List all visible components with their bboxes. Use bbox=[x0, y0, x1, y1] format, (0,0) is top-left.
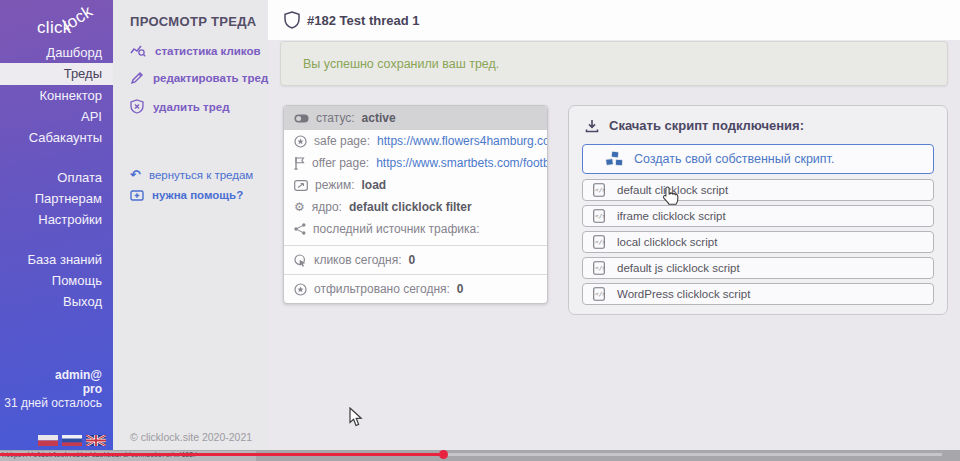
app-window: clicklock Дашборд Треды Коннектор API Са… bbox=[0, 0, 960, 461]
language-switcher bbox=[38, 435, 106, 446]
svg-text:</>: </> bbox=[595, 290, 605, 297]
sidebar-item-dashboard[interactable]: Дашборд bbox=[0, 42, 113, 63]
pencil-icon bbox=[130, 71, 144, 85]
clicklock-logo[interactable]: clicklock bbox=[37, 18, 103, 38]
offer-page-label: offer page: bbox=[312, 156, 369, 170]
download-scripts-card: Скачать скрипт подключения: Создать свой… bbox=[568, 105, 948, 315]
share-icon bbox=[294, 223, 306, 235]
thread-actions-panel: ПРОСМОТР ТРЕДА статистика кликов редакти… bbox=[113, 0, 268, 450]
mode-row: режим: load bbox=[284, 174, 547, 196]
account-plan: pro bbox=[4, 382, 102, 396]
stats-search-icon bbox=[130, 44, 146, 57]
offer-page-link[interactable]: https://www.smartbets.com/football/tea… bbox=[376, 156, 548, 170]
cubes-icon bbox=[605, 151, 625, 168]
traffic-source-label: последний источник трафика: bbox=[313, 222, 480, 236]
mode-box-icon bbox=[294, 180, 308, 191]
main-content: #182 Test thread 1 Вы успешно сохранили … bbox=[268, 0, 960, 450]
sidebar-menu: Дашборд Треды Коннектор API Сабакаунты О… bbox=[0, 42, 113, 312]
back-to-threads-label: вернуться к тредам bbox=[149, 169, 253, 181]
mode-value: load bbox=[362, 178, 387, 192]
sidebar-item-partners[interactable]: Партнерам bbox=[0, 188, 113, 209]
core-row: ⚙ ядро: default clicklock filter bbox=[284, 196, 547, 218]
clicks-today-row: кликов сегодня: 0 bbox=[284, 246, 547, 274]
filtered-today-row: отфильтровано сегодня: 0 bbox=[284, 275, 547, 303]
flag-uk-icon[interactable] bbox=[86, 435, 106, 446]
click-stats-label: статистика кликов bbox=[155, 45, 261, 57]
shield-x-icon bbox=[130, 99, 144, 114]
account-info: admin@ pro 31 дней осталось bbox=[4, 368, 102, 410]
delete-thread-link[interactable]: удалить тред bbox=[130, 99, 229, 114]
sidebar-item-help[interactable]: Помощь bbox=[0, 270, 113, 291]
status-label: статус: bbox=[316, 111, 355, 125]
file-code-icon: </> bbox=[593, 287, 605, 301]
svg-text:</>: </> bbox=[595, 264, 605, 271]
file-code-icon: </> bbox=[593, 261, 605, 275]
mode-label: режим: bbox=[315, 178, 355, 192]
sidebar-item-connector[interactable]: Коннектор bbox=[0, 85, 113, 106]
gear-icon: ⚙ bbox=[294, 201, 305, 213]
sidebar-item-settings[interactable]: Настройки bbox=[0, 209, 113, 230]
success-alert: Вы успешно сохранили ваш тред. bbox=[280, 41, 948, 86]
sidebar-item-api[interactable]: API bbox=[0, 106, 113, 127]
filtered-today-value: 0 bbox=[457, 282, 464, 296]
wordpress-script-button[interactable]: </> WordPress clicklock script bbox=[582, 283, 934, 305]
flag-poland-icon[interactable] bbox=[38, 435, 58, 446]
safe-page-row: safe page: https://www.flowers4hamburg.c… bbox=[284, 130, 547, 152]
default-js-script-button[interactable]: </> default js clicklock script bbox=[582, 257, 934, 279]
clicks-today-label: кликов сегодня: bbox=[314, 253, 402, 267]
thread-title: #182 Test thread 1 bbox=[307, 13, 419, 28]
status-row: статус: active bbox=[284, 106, 547, 130]
undo-arrow-icon: ↶ bbox=[130, 167, 141, 182]
create-custom-script-label: Создать свой собственный скрипт. bbox=[634, 152, 834, 166]
local-script-label: local clicklock script bbox=[617, 236, 717, 248]
file-code-icon: </> bbox=[593, 209, 605, 223]
success-alert-text: Вы успешно сохранили ваш тред. bbox=[303, 57, 499, 71]
back-to-threads-link[interactable]: ↶ вернуться к тредам bbox=[130, 167, 253, 182]
need-help-link[interactable]: нужна помощь? bbox=[130, 189, 243, 201]
flag-pole-icon bbox=[294, 156, 305, 170]
video-progress-track[interactable] bbox=[0, 453, 942, 456]
toggle-icon bbox=[294, 114, 309, 123]
panel-title: ПРОСМОТР ТРЕДА bbox=[130, 14, 256, 29]
thread-details-card: статус: active safe page: https://www.fl… bbox=[283, 105, 548, 304]
edit-thread-label: редактировать тред bbox=[153, 72, 268, 84]
help-box-icon bbox=[130, 190, 144, 201]
sidebar-item-logout[interactable]: Выход bbox=[0, 291, 113, 312]
account-email: admin@ bbox=[4, 368, 102, 382]
file-code-icon: </> bbox=[593, 235, 605, 249]
local-script-button[interactable]: </> local clicklock script bbox=[582, 231, 934, 253]
edit-thread-link[interactable]: редактировать тред bbox=[130, 71, 268, 85]
download-icon bbox=[585, 119, 599, 133]
award-icon bbox=[294, 135, 307, 148]
scripts-card-header: Скачать скрипт подключения: bbox=[585, 118, 947, 133]
status-value: active bbox=[362, 111, 396, 125]
click-stats-link[interactable]: статистика кликов bbox=[130, 44, 261, 57]
iframe-script-label: iframe clicklock script bbox=[617, 210, 726, 222]
core-label: ядро: bbox=[312, 200, 342, 214]
safe-page-label: safe page: bbox=[314, 134, 370, 148]
thread-header: #182 Test thread 1 bbox=[268, 0, 960, 40]
sidebar-item-threads[interactable]: Треды bbox=[0, 63, 113, 85]
click-cursor-icon bbox=[294, 254, 307, 267]
default-js-script-label: default js clicklock script bbox=[617, 262, 740, 274]
file-code-icon: </> bbox=[593, 183, 605, 197]
sidebar: clicklock Дашборд Треды Коннектор API Са… bbox=[0, 0, 113, 450]
offer-page-row: offer page: https://www.smartbets.com/fo… bbox=[284, 152, 547, 174]
sidebar-item-payment[interactable]: Оплата bbox=[0, 167, 113, 188]
delete-thread-label: удалить тред bbox=[153, 101, 229, 113]
video-progress-handle[interactable] bbox=[439, 450, 448, 459]
sidebar-item-subaccounts[interactable]: Сабакаунты bbox=[0, 127, 113, 148]
svg-text:</>: </> bbox=[595, 238, 605, 245]
video-status-bar: https://clicklock.site/dashboard/connect… bbox=[0, 450, 960, 461]
flag-russia-icon[interactable] bbox=[62, 435, 82, 446]
default-script-button[interactable]: </> default clicklock script bbox=[582, 179, 934, 201]
sidebar-item-knowledge-base[interactable]: База знаний bbox=[0, 249, 113, 270]
create-custom-script-button[interactable]: Создать свой собственный скрипт. bbox=[582, 144, 934, 174]
need-help-label: нужна помощь? bbox=[152, 189, 243, 201]
safe-page-link[interactable]: https://www.flowers4hamburg.com/ bbox=[377, 134, 548, 148]
svg-text:</>: </> bbox=[595, 186, 605, 193]
svg-text:</>: </> bbox=[595, 212, 605, 219]
clicks-today-value: 0 bbox=[409, 253, 416, 267]
video-progress bbox=[0, 453, 443, 456]
iframe-script-button[interactable]: </> iframe clicklock script bbox=[582, 205, 934, 227]
